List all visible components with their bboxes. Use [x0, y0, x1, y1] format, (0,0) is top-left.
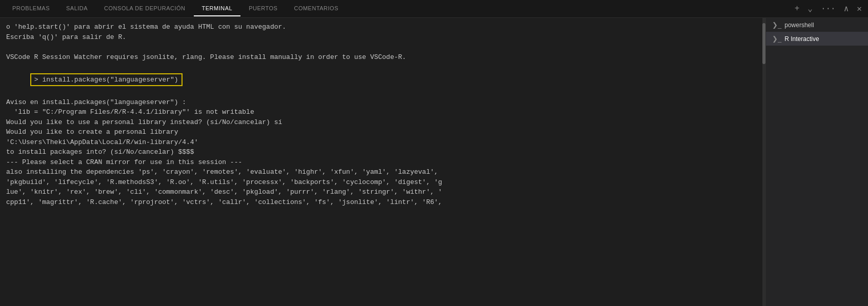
terminal-line: Escriba 'q()' para salir de R.: [6, 32, 756, 43]
r-interactive-icon: ❯_: [772, 35, 781, 43]
sidebar-item-r-interactive[interactable]: ❯_ R Interactive: [766, 32, 868, 46]
tab-bar: PROBLEMAS SALIDA CONSOLA DE DEPURACIÓN T…: [0, 0, 868, 18]
collapse-button[interactable]: ∧: [842, 3, 851, 15]
terminal-line: cpp11', 'magrittr', 'R.cache', 'rprojroo…: [6, 197, 756, 208]
terminal-line: also installing the dependencies 'ps', '…: [6, 167, 756, 177]
close-button[interactable]: ✕: [855, 3, 864, 15]
terminal-area[interactable]: o 'help.start()' para abrir el sistema d…: [0, 18, 762, 306]
sidebar-item-powershell[interactable]: ❯_ powershell: [766, 18, 868, 32]
tab-bar-left: PROBLEMAS SALIDA CONSOLA DE DEPURACIÓN T…: [4, 1, 347, 16]
terminal-line: VSCode R Session Watcher requires jsonli…: [6, 52, 756, 63]
tab-bar-right: + ⌄ ··· ∧ ✕: [793, 3, 864, 15]
terminal-line: Would you like to use a personal library…: [6, 117, 756, 128]
sidebar-panel: ❯_ powershell ❯_ R Interactive: [765, 18, 868, 306]
sidebar-item-label: R Interactive: [784, 35, 819, 43]
terminal-line: 'lib = "C:/Program Files/R/R-4.4.1/libra…: [6, 107, 756, 117]
terminal-line: [6, 42, 756, 52]
chevron-down-icon[interactable]: ⌄: [805, 3, 815, 15]
main-area: o 'help.start()' para abrir el sistema d…: [0, 18, 868, 306]
tab-terminal[interactable]: TERMINAL: [194, 1, 241, 16]
terminal-line: Aviso en install.packages("languageserve…: [6, 97, 756, 108]
tab-salida[interactable]: SALIDA: [58, 1, 96, 16]
tab-comentarios[interactable]: COMENTARIOS: [286, 1, 347, 16]
tab-puertos[interactable]: PUERTOS: [240, 1, 286, 16]
sidebar-item-label: powershell: [784, 22, 814, 29]
terminal-line: --- Please select a CRAN mirror for use …: [6, 157, 756, 168]
add-terminal-button[interactable]: +: [793, 3, 802, 14]
terminal-line: o 'help.start()' para abrir el sistema d…: [6, 22, 756, 32]
terminal-line: > install.packages("languageserver"): [6, 62, 756, 97]
terminal-line: lue', 'knitr', 'rex', 'brew', 'cli', 'co…: [6, 187, 756, 197]
terminal-line: 'C:\Users\Theki\AppData\Local/R/win-libr…: [6, 137, 756, 148]
terminal-line: 'pkgbuild', 'lifecycle', 'R.methodsS3', …: [6, 177, 756, 188]
tab-problemas[interactable]: PROBLEMAS: [4, 1, 58, 16]
terminal-icon: ❯_: [772, 21, 781, 29]
tab-consola[interactable]: CONSOLA DE DEPURACIÓN: [96, 1, 193, 16]
more-options-button[interactable]: ···: [819, 3, 838, 14]
terminal-line: to install packages into? (sí/No/cancela…: [6, 147, 756, 157]
terminal-line: Would you like to create a personal libr…: [6, 127, 756, 137]
highlighted-command: > install.packages("languageserver"): [30, 73, 183, 87]
